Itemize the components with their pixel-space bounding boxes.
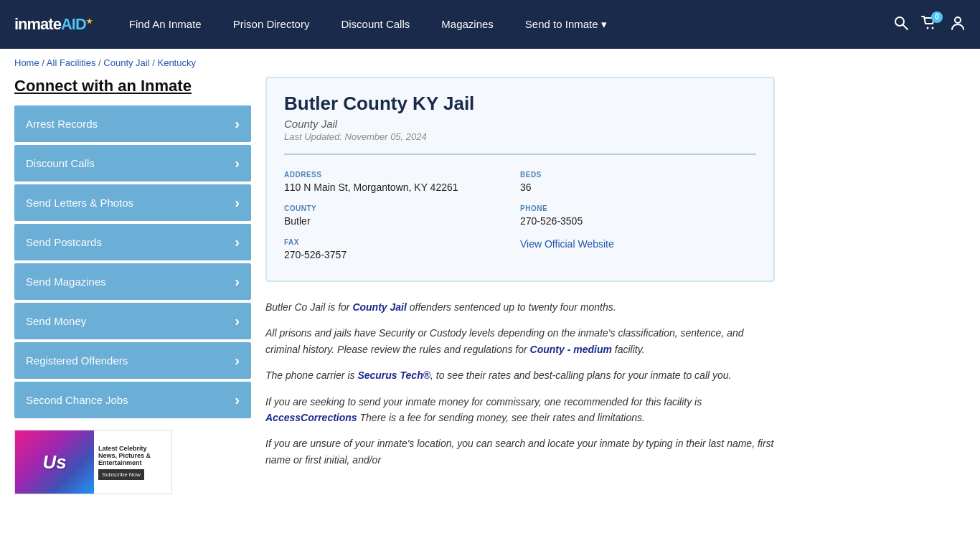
svg-point-2 <box>927 27 929 29</box>
svg-line-1 <box>903 25 908 29</box>
chevron-right-icon: › <box>235 234 240 250</box>
view-official-website-link[interactable]: View Official Website <box>520 238 614 250</box>
nav-actions: 0 <box>894 15 966 34</box>
desc-para-2: All prisons and jails have Security or C… <box>265 325 775 357</box>
website-cell: View Official Website <box>520 232 756 266</box>
chevron-right-icon: › <box>235 392 240 408</box>
description-area: Butler Co Jail is for County Jail offend… <box>265 296 775 481</box>
svg-point-3 <box>932 27 934 29</box>
facility-type: County Jail <box>284 118 756 130</box>
sidebar-item-send-magazines[interactable]: Send Magazines › <box>14 263 251 300</box>
breadcrumb-county-jail[interactable]: County Jail <box>103 57 149 68</box>
sidebar-item-arrest-records[interactable]: Arrest Records › <box>14 105 251 142</box>
desc-para-1: Butler Co Jail is for County Jail offend… <box>265 299 775 315</box>
address-label: ADDRESS <box>284 171 512 179</box>
county-label: COUNTY <box>284 204 512 212</box>
sidebar-item-send-money[interactable]: Send Money › <box>14 303 251 339</box>
ad-title: Latest Celebrity News, Pictures & Entert… <box>98 445 167 466</box>
beds-label: BEDS <box>520 171 748 179</box>
nav-item-find-inmate[interactable]: Find An Inmate <box>113 0 217 49</box>
desc-para-5: If you are unsure of your inmate's locat… <box>265 435 775 468</box>
breadcrumb-all-facilities[interactable]: All Facilities <box>47 57 96 68</box>
svg-point-0 <box>895 17 904 26</box>
content-panel: Butler County KY Jail County Jail Last U… <box>265 77 775 494</box>
cart-icon[interactable]: 0 <box>921 16 937 34</box>
chevron-right-icon: › <box>235 273 240 290</box>
cart-count: 0 <box>931 11 943 23</box>
phone-cell: PHONE 270-526-3505 <box>520 199 756 232</box>
facility-details-grid: ADDRESS 110 N Main St, Morgantown, KY 42… <box>284 154 756 266</box>
breadcrumb-home[interactable]: Home <box>14 57 39 68</box>
county-value: Butler <box>284 215 512 227</box>
beds-value: 36 <box>520 182 748 193</box>
desc-para-3: The phone carrier is Securus Tech®, to s… <box>265 367 775 383</box>
address-cell: ADDRESS 110 N Main St, Morgantown, KY 42… <box>284 165 520 199</box>
main-content: Connect with an Inmate Arrest Records › … <box>0 77 789 509</box>
county-jail-link-1[interactable]: County Jail <box>352 301 406 313</box>
main-nav: inmateAID★ Find An Inmate Prison Directo… <box>0 0 980 49</box>
phone-value: 270-526-3505 <box>520 215 748 227</box>
breadcrumb: Home / All Facilities / County Jail / Ke… <box>0 49 980 77</box>
county-cell: COUNTY Butler <box>284 199 520 232</box>
securus-tech-link[interactable]: Securus Tech® <box>357 369 430 381</box>
chevron-right-icon: › <box>235 155 240 171</box>
facility-card: Butler County KY Jail County Jail Last U… <box>265 77 775 282</box>
county-medium-link[interactable]: County - medium <box>530 344 612 355</box>
facility-last-updated: Last Updated: November 05, 2024 <box>284 131 756 142</box>
sidebar: Connect with an Inmate Arrest Records › … <box>14 77 251 494</box>
sidebar-item-send-postcards[interactable]: Send Postcards › <box>14 224 251 260</box>
phone-label: PHONE <box>520 204 748 212</box>
user-icon[interactable] <box>950 15 966 34</box>
logo-star-icon: ★ <box>86 17 92 25</box>
sidebar-menu: Arrest Records › Discount Calls › Send L… <box>14 105 251 418</box>
chevron-right-icon: › <box>235 194 240 211</box>
desc-para-4: If you are seeking to send your inmate m… <box>265 394 775 426</box>
search-icon[interactable] <box>894 16 908 34</box>
sidebar-item-send-letters-photos[interactable]: Send Letters & Photos › <box>14 184 251 221</box>
nav-item-prison-directory[interactable]: Prison Directory <box>217 0 326 49</box>
nav-item-magazines[interactable]: Magazines <box>425 0 509 49</box>
chevron-right-icon: › <box>235 352 240 369</box>
chevron-right-icon: › <box>235 313 240 329</box>
logo[interactable]: inmateAID★ <box>14 15 92 34</box>
sidebar-item-registered-offenders[interactable]: Registered Offenders › <box>14 342 251 379</box>
breadcrumb-state[interactable]: Kentucky <box>157 57 195 68</box>
nav-item-send-to-inmate[interactable]: Send to Inmate ▾ <box>509 0 623 49</box>
nav-item-discount-calls[interactable]: Discount Calls <box>325 0 425 49</box>
fax-label: FAX <box>284 238 512 246</box>
access-corrections-link[interactable]: AccessCorrections <box>265 412 357 423</box>
facility-name: Butler County KY Jail <box>284 93 756 115</box>
fax-value: 270-526-3757 <box>284 249 512 260</box>
ad-brand-logo: Us <box>15 430 94 494</box>
chevron-right-icon: › <box>235 116 240 132</box>
sidebar-title: Connect with an Inmate <box>14 77 251 95</box>
ad-subscribe-button[interactable]: Subscribe Now <box>98 469 144 480</box>
sidebar-item-discount-calls[interactable]: Discount Calls › <box>14 145 251 182</box>
nav-links: Find An Inmate Prison Directory Discount… <box>113 0 894 49</box>
address-value: 110 N Main St, Morgantown, KY 42261 <box>284 182 512 193</box>
fax-cell: FAX 270-526-3757 <box>284 232 520 266</box>
beds-cell: BEDS 36 <box>520 165 756 199</box>
svg-point-4 <box>955 17 961 23</box>
advertisement-banner[interactable]: Us Latest Celebrity News, Pictures & Ent… <box>14 430 172 494</box>
sidebar-item-second-chance-jobs[interactable]: Second Chance Jobs › <box>14 382 251 418</box>
